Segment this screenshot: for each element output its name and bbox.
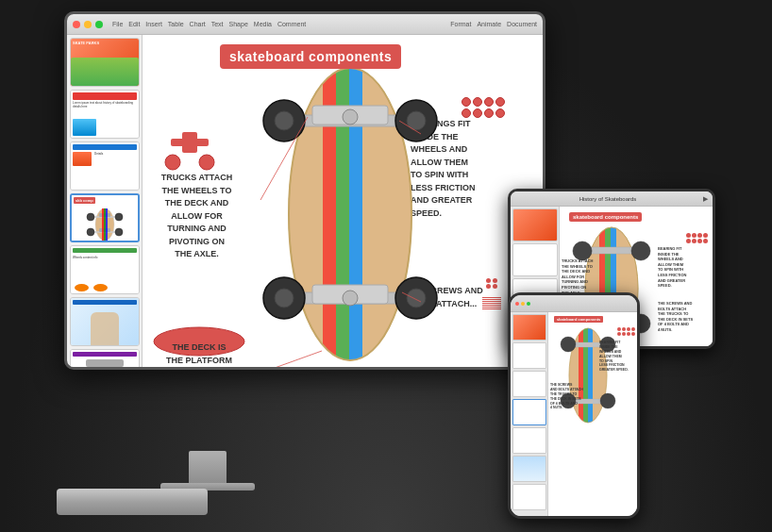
phone-thumb-2[interactable] [512,342,546,369]
monitor-toolbar: File Edit Insert Table Chart Text Shape … [67,14,543,35]
tablet-title: History of Skateboards [579,196,637,202]
svg-rect-14 [336,49,349,367]
bearing-dot [495,97,505,107]
toolbar-item[interactable]: Shape [229,21,248,27]
svg-rect-16 [323,49,336,367]
svg-point-6 [115,228,123,236]
skateboard-illustration [256,49,445,367]
document-button[interactable]: Document [507,21,537,27]
bearing-dot [473,97,482,107]
toolbar-item[interactable]: Text [211,21,224,27]
animate-button[interactable]: Animate [477,21,501,27]
sidebar-thumb-1[interactable]: SKATE PARKS [70,38,140,87]
toolbar-item[interactable]: File [112,21,123,27]
phone-slide: skateboard components [548,312,637,516]
tablet-thumb-2[interactable] [512,243,558,276]
tablet-bearings-text: BEARING FITINSIDE THEWHEELS ANDALLOW THE… [658,246,710,289]
svg-point-31 [407,289,426,308]
phone-thumb-5[interactable] [512,427,546,454]
close-button[interactable] [73,21,80,28]
sidebar-thumb-6[interactable] [70,297,140,346]
svg-point-60 [561,337,576,352]
svg-rect-37 [182,132,197,153]
phone-screen: skateboard components [511,295,637,516]
deck-annotation: THE DECK ISTHE PLATFORM [157,341,242,367]
svg-point-38 [165,155,180,170]
phone-thumb-4-active[interactable] [512,399,546,425]
monitor-content: SKATE PARKS Lorem ipsum text about histo… [67,35,543,367]
toolbar-right: Format Animate Document [450,21,537,27]
sidebar: SKATE PARKS Lorem ipsum text about histo… [67,35,143,367]
mac-mini [57,489,208,515]
toolbar-item[interactable]: Media [254,21,272,27]
svg-point-39 [199,155,214,170]
tablet-toolbar: History of Skateboards ▶ [511,191,713,207]
toolbar-item[interactable]: Table [168,21,184,27]
bearing-dot [462,108,471,118]
phone-toolbar [511,295,637,312]
phone: skateboard components [508,292,640,519]
svg-line-35 [275,351,322,367]
phone-screws-text: THE SCREWSAND BOLTS ATTACHTHE TRUCKS TOT… [550,383,583,410]
svg-point-2 [87,213,94,221]
phone-bearings-text: BEARING FITINSIDE THEWHEELS ANDALLOW THE… [599,341,635,373]
svg-point-20 [343,109,358,125]
sidebar-thumb-4-active[interactable]: skb comp [70,193,140,242]
sidebar-thumb-7[interactable] [70,349,140,367]
phone-thumb-1[interactable] [512,314,546,341]
tablet-bearing-dots [686,233,708,243]
bearing-dot [473,108,482,118]
svg-point-49 [631,241,650,260]
svg-point-64 [600,393,615,408]
phone-thumb-6[interactable] [512,456,546,482]
slide-area: skateboard components BEARINGS FITINSIDE… [143,35,543,367]
svg-point-29 [275,289,294,308]
svg-point-3 [115,213,123,221]
phone-thumb-3[interactable] [512,371,546,397]
phone-bearing-dots [617,327,635,336]
bearing-dots [462,97,505,118]
sidebar-thumb-3[interactable]: Details [70,141,140,191]
bearing-dot [484,97,494,107]
truck-icon [161,125,218,175]
sidebar-thumb-5[interactable]: Wheels content info [70,245,140,294]
toolbar-item[interactable]: Comment [277,21,306,27]
svg-rect-55 [583,324,588,427]
svg-rect-57 [579,324,583,427]
toolbar-icons: File Edit Insert Table Chart Text Shape … [112,21,306,27]
minimize-button[interactable] [84,21,92,28]
maximize-button[interactable] [95,21,103,28]
phone-content: skateboard components [511,312,637,516]
tablet-screws-text: THE SCREWS ANDBOLTS ATTACHTHE TRUCKS TOT… [658,301,710,333]
svg-point-22 [275,111,294,130]
toolbar-item[interactable]: Edit [128,21,140,27]
bearing-dot [462,97,471,107]
tablet-trucks-text: TRUCKS ATTACHTHE WHEELS TOTHE DECK ANDAL… [562,258,599,295]
svg-rect-56 [588,324,593,427]
trucks-annotation: TRUCKS ATTACHTHE WHEELS TOTHE DECK ANDAL… [152,172,242,261]
svg-point-5 [87,228,94,236]
slide-title: skateboard components [220,44,401,69]
monitor: File Edit Insert Table Chart Text Shape … [64,11,545,370]
svg-point-27 [343,291,358,306]
phone-skateboard [560,324,616,427]
play-icon[interactable]: ▶ [703,195,708,203]
phone-toolbar-dots [515,302,530,306]
toolbar-item[interactable]: Insert [145,21,162,27]
sidebar-thumb-2[interactable]: Lorem ipsum text about history of skateb… [70,90,140,139]
tablet-thumb-1[interactable] [512,208,558,241]
svg-rect-15 [349,49,362,367]
svg-point-48 [573,241,592,260]
format-button[interactable]: Format [450,21,471,27]
toolbar-item[interactable]: Chart [190,21,206,27]
bearing-dot [484,108,494,118]
phone-sidebar [511,312,548,516]
phone-slide-title: skateboard components [554,316,603,323]
bearing-dot [495,108,505,118]
phone-thumb-7[interactable] [512,484,546,510]
